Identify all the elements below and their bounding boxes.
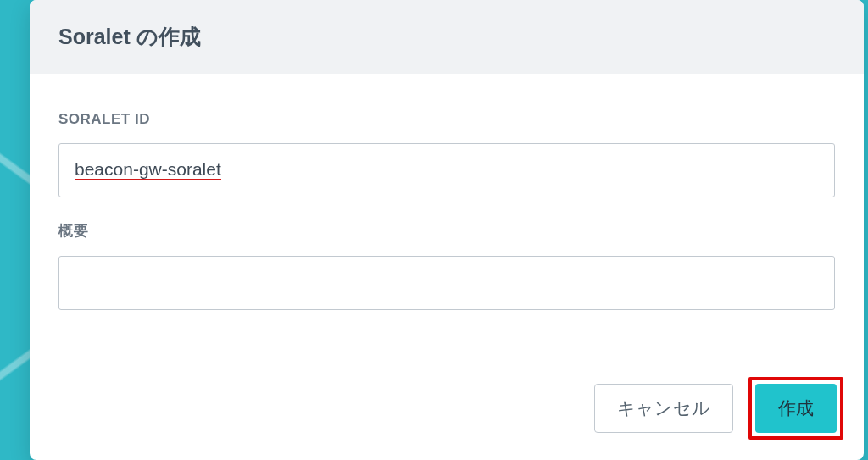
- dialog-title: Soralet の作成: [58, 23, 835, 51]
- dialog-footer: キャンセル 作成: [594, 377, 843, 440]
- soralet-id-input[interactable]: beacon-gw-soralet: [58, 143, 835, 197]
- cancel-button[interactable]: キャンセル: [594, 384, 733, 433]
- soralet-id-value: beacon-gw-soralet: [75, 160, 221, 180]
- create-button[interactable]: 作成: [755, 384, 837, 433]
- field-soralet-id: SORALET ID beacon-gw-soralet: [58, 111, 835, 197]
- create-soralet-dialog: Soralet の作成 SORALET ID beacon-gw-soralet…: [30, 0, 864, 460]
- field-summary: 概要: [58, 221, 835, 310]
- dialog-header: Soralet の作成: [30, 0, 864, 74]
- soralet-id-label: SORALET ID: [58, 111, 835, 128]
- summary-label: 概要: [58, 221, 835, 241]
- dialog-body: SORALET ID beacon-gw-soralet 概要: [30, 74, 864, 310]
- create-button-highlight: 作成: [748, 377, 843, 440]
- summary-input[interactable]: [58, 256, 835, 310]
